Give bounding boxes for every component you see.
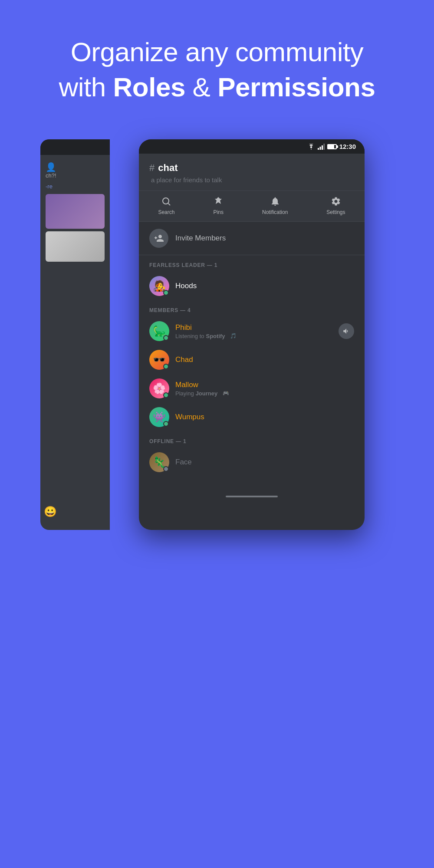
peek-image1 [46, 194, 105, 229]
hash-icon: # [149, 162, 155, 174]
toolbar-pins-label: Pins [214, 209, 224, 215]
member-status-phibi: Listening to Spotify 🎵 [175, 333, 332, 339]
peek-text1: ch?! [46, 172, 105, 179]
status-dot-mallow [163, 392, 169, 398]
members-list: Invite Members FEARLESS LEADER — 1 🧑‍🎤 H… [139, 222, 365, 477]
avatar-wrapper-wumpus: 👾 [149, 407, 169, 427]
avatar-wrapper-mallow: 🌸 [149, 378, 169, 398]
time-display: 12:30 [339, 143, 356, 150]
avatar-wrapper-face: 🦎 [149, 452, 169, 472]
channel-name-row: # chat [149, 162, 354, 174]
section-fearless-leader: FEARLESS LEADER — 1 [139, 255, 365, 272]
member-name-phibi: Phibi [175, 323, 332, 332]
toolbar-search-label: Search [158, 209, 174, 215]
avatar-wrapper-phibi: 🦕 [149, 321, 169, 341]
home-indicator-area [139, 477, 365, 503]
member-name-mallow: Mallow [175, 381, 354, 389]
toolbar-settings[interactable]: Settings [326, 196, 345, 215]
hero-bold1: Roles [113, 72, 185, 102]
member-name-hoods: Hoods [175, 282, 354, 290]
phone: 12:30 # chat a place for friends to talk… [139, 139, 365, 530]
pins-icon [213, 196, 224, 207]
peek-text2: -re [46, 183, 105, 190]
peek-emoji: 😀 [40, 502, 60, 521]
channel-name: chat [158, 162, 178, 174]
status-icons: 12:30 [307, 143, 356, 150]
hero-bold2: Permissions [217, 72, 375, 102]
toolbar-settings-label: Settings [326, 209, 345, 215]
member-info-hoods: Hoods [175, 282, 354, 290]
svg-line-5 [168, 204, 170, 205]
left-peek: 👤 ch?! -re 😀 [40, 139, 110, 530]
svg-point-4 [163, 198, 169, 204]
avatar-wrapper-chad: 🕶️ [149, 350, 169, 370]
peek-status-bar [40, 139, 110, 155]
status-bar: 12:30 [139, 139, 365, 154]
member-row-mallow[interactable]: 🌸 Mallow Playing Journey 🎮 [139, 374, 365, 403]
member-info-mallow: Mallow Playing Journey 🎮 [175, 381, 354, 397]
battery-fill [328, 145, 334, 148]
peek-body: 👤 ch?! -re [40, 155, 110, 530]
svg-rect-2 [322, 145, 323, 150]
mute-button-phibi[interactable] [339, 323, 354, 339]
home-bar [226, 496, 278, 497]
hero-amp: & [185, 72, 217, 102]
avatar-wrapper-hoods: 🧑‍🎤 [149, 276, 169, 296]
member-info-chad: Chad [175, 355, 354, 364]
settings-icon [331, 196, 341, 207]
hero-line2: with [59, 72, 113, 102]
member-info-phibi: Phibi Listening to Spotify 🎵 [175, 323, 332, 339]
invite-label: Invite Members [175, 234, 226, 243]
status-dot-phibi [163, 335, 169, 341]
status-dot-face [163, 466, 169, 472]
game-icon: 🎮 [223, 390, 229, 396]
status-dot-chad [163, 364, 169, 369]
member-row-hoods[interactable]: 🧑‍🎤 Hoods [139, 272, 365, 300]
toolbar-search[interactable]: Search [158, 196, 174, 215]
invite-members-row[interactable]: Invite Members [139, 222, 365, 255]
hero-title: Organize any community with Roles & Perm… [26, 35, 408, 105]
svg-rect-0 [318, 148, 319, 150]
member-row-phibi[interactable]: 🦕 Phibi Listening to Spotify 🎵 [139, 317, 365, 345]
svg-rect-3 [323, 144, 325, 150]
member-row-wumpus[interactable]: 👾 Wumpus [139, 403, 365, 431]
section-members: MEMBERS — 4 [139, 300, 365, 317]
signal-icon [318, 144, 325, 150]
search-icon [161, 196, 171, 207]
channel-description: a place for friends to talk [149, 176, 354, 184]
svg-rect-1 [319, 147, 321, 150]
notification-icon [270, 196, 280, 207]
battery-icon [327, 144, 337, 149]
peek-user-icon: 👤 [46, 162, 105, 172]
hero-line1: Organize any community [71, 37, 364, 67]
toolbar-pins[interactable]: Pins [213, 196, 224, 215]
member-info-wumpus: Wumpus [175, 413, 354, 421]
phone-wrapper: 👤 ch?! -re 😀 [0, 139, 434, 530]
status-dot-wumpus [163, 421, 169, 427]
toolbar-notification[interactable]: Notification [262, 196, 288, 215]
member-row-face[interactable]: 🦎 Face [139, 448, 365, 477]
member-row-chad[interactable]: 🕶️ Chad [139, 345, 365, 374]
member-status-mallow: Playing Journey 🎮 [175, 390, 354, 397]
section-offline: OFFLINE — 1 [139, 431, 365, 448]
spotify-icon: 🎵 [230, 333, 237, 339]
toolbar-notification-label: Notification [262, 209, 288, 215]
member-info-face: Face [175, 458, 354, 467]
member-name-chad: Chad [175, 355, 354, 364]
wifi-icon [307, 144, 315, 150]
status-dot-hoods [163, 290, 169, 296]
invite-avatar [149, 229, 168, 248]
hero-section: Organize any community with Roles & Perm… [0, 0, 434, 131]
peek-image2 [46, 231, 105, 262]
toolbar: Search Pins Notification Settings [139, 191, 365, 222]
channel-header: # chat a place for friends to talk [139, 154, 365, 191]
member-name-face: Face [175, 458, 354, 467]
member-name-wumpus: Wumpus [175, 413, 354, 421]
